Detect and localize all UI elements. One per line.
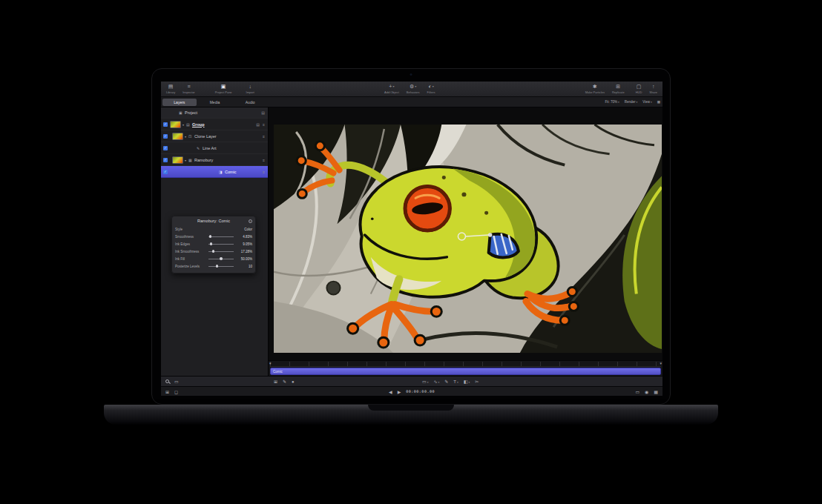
behaviors-icon: ⚙▾ xyxy=(410,83,416,90)
layer-row-ramobury[interactable]: ✓ ▾ ▦ Ramobury ≡ xyxy=(161,154,268,166)
hud-icon: ▢ xyxy=(637,83,642,90)
zoom-fit-dropdown[interactable]: Fit: 70%▾ xyxy=(605,100,619,104)
hud-param-smoothness: Smoothness 4.83% xyxy=(175,233,252,240)
layer-checkbox[interactable]: ✓ xyxy=(163,146,168,150)
search-icon[interactable] xyxy=(165,379,169,383)
row-actions[interactable]: ≡ xyxy=(263,170,265,174)
ink-fill-slider[interactable] xyxy=(208,257,234,260)
pan-tool-icon[interactable]: ▭ xyxy=(174,379,179,384)
behaviors-button[interactable]: ⚙▾ Behaviors xyxy=(407,83,420,94)
layer-checkbox[interactable]: ✓ xyxy=(163,134,168,139)
audio-mute-icon[interactable]: ◉ xyxy=(645,389,648,394)
make-particles-button[interactable]: ✱ Make Particles xyxy=(585,83,605,94)
param-label: Ink Edges xyxy=(175,242,206,246)
ink-smoothness-slider[interactable] xyxy=(208,250,234,253)
keyboard-icon[interactable]: ▦ xyxy=(654,389,658,394)
ink-edges-slider[interactable] xyxy=(208,242,234,245)
chevron-down-icon: ▾ xyxy=(651,101,652,104)
canvas-area[interactable] xyxy=(269,107,662,360)
play-icon[interactable]: ▶ xyxy=(398,389,401,394)
info-icon[interactable]: i xyxy=(249,219,253,224)
hud-label: HUD xyxy=(636,90,642,94)
canvas-column: ▾ ▾ Comic xyxy=(269,107,662,376)
param-value[interactable]: Color xyxy=(236,228,252,231)
out-point-marker-icon[interactable]: ▾ xyxy=(660,361,662,366)
disclosure-triangle-icon[interactable]: ▾ xyxy=(185,158,186,162)
laptop-base xyxy=(104,405,718,425)
layer-row-group[interactable]: ✓ ▾ ▤ Group ▤≡ xyxy=(161,119,268,130)
hud-panel[interactable]: Ramobury: Comic i Style Color Smoothness… xyxy=(171,216,256,273)
row-actions[interactable]: ▤ xyxy=(261,110,265,115)
layer-checkbox[interactable]: ✓ xyxy=(163,170,168,174)
layer-row-comic-selected[interactable]: ✓ ◨ Comic ≡ xyxy=(161,166,268,178)
filters-icon: ◐▾ xyxy=(428,83,433,90)
paint-tool-icon[interactable]: ✎ xyxy=(283,379,286,384)
make-particles-icon: ✱ xyxy=(593,83,597,90)
posterize-levels-slider[interactable] xyxy=(208,265,234,268)
layer-row-line-art[interactable]: ✓ ✎ Line Art xyxy=(161,142,268,154)
layer-row-clone-layer[interactable]: ✓ ▾ ⊡ Clone Layer ≡ xyxy=(161,130,268,142)
tab-bar: Layers Media Audio Fit: 70%▾ Render▾ Vie… xyxy=(161,97,662,107)
param-label: Style xyxy=(175,228,206,231)
replicate-button[interactable]: ⊞ Replicate xyxy=(612,83,625,94)
tab-layers[interactable]: Layers xyxy=(162,99,197,106)
comic-filter-icon: ◨ xyxy=(219,170,223,174)
smoothness-slider[interactable] xyxy=(208,235,234,238)
inspector-label: Inspector xyxy=(183,90,194,94)
param-value: 9.05% xyxy=(236,242,252,246)
hud-param-ink-smoothness: Ink Smoothness 17.28% xyxy=(175,248,252,255)
slice-tool-icon[interactable]: ✂ xyxy=(475,379,479,384)
panel-tabs: Layers Media Audio xyxy=(161,97,269,107)
disclosure-triangle-icon[interactable]: ▾ xyxy=(183,122,184,126)
project-pane-label: Project Pane xyxy=(215,90,232,94)
project-pane-button[interactable]: ▣ Project Pane xyxy=(215,83,232,94)
pen-tool-icon[interactable]: ✎ xyxy=(444,379,448,384)
options-icon: ≡ xyxy=(263,170,265,174)
group-folder-icon: ▤ xyxy=(186,122,190,127)
layer-thumbnail xyxy=(170,121,181,128)
show-audio-icon[interactable]: ◻ xyxy=(174,389,178,394)
share-button[interactable]: ↑ Share xyxy=(649,83,657,94)
mini-timeline: ▾ ▾ Comic xyxy=(269,360,662,376)
clone-layer-icon: ⊡ xyxy=(188,134,191,139)
previous-frame-icon[interactable]: ◀ xyxy=(389,389,392,394)
add-object-button[interactable]: +▾ Add Object xyxy=(384,83,399,94)
layer-row-project[interactable]: ▣ Project ▤ xyxy=(161,107,268,119)
mask-tool-icon[interactable]: ◧▾ xyxy=(464,379,470,384)
replicate-label: Replicate xyxy=(612,90,625,94)
layout-grid-icon[interactable]: ▦ xyxy=(657,100,660,104)
render-dropdown[interactable]: Render▾ xyxy=(625,100,638,104)
library-button[interactable]: ▤ Library xyxy=(166,83,175,94)
row-actions[interactable]: ▤≡ xyxy=(256,122,265,127)
tab-media[interactable]: Media xyxy=(198,99,232,106)
line-art-icon: ✎ xyxy=(197,146,200,150)
text-tool-icon[interactable]: T▾ xyxy=(453,379,458,384)
timeline-ruler[interactable] xyxy=(270,362,661,367)
curve-tool-icon[interactable]: ∿▾ xyxy=(433,379,439,384)
display-icon[interactable]: ▭ xyxy=(635,389,639,394)
layer-checkbox[interactable]: ✓ xyxy=(163,158,168,162)
tab-audio[interactable]: Audio xyxy=(233,99,267,106)
import-button[interactable]: ↓ Import xyxy=(246,83,254,94)
options-icon: ≡ xyxy=(263,122,265,127)
timeline-clip-comic[interactable]: Comic xyxy=(270,368,661,375)
layer-label: Ramobury xyxy=(194,158,213,162)
frog-comic-artwork xyxy=(274,125,662,353)
layer-checkbox[interactable]: ✓ xyxy=(163,122,168,127)
view-dropdown[interactable]: View▾ xyxy=(642,100,651,104)
shape-tool-icon[interactable]: ▭▾ xyxy=(422,379,428,384)
canvas-viewport[interactable] xyxy=(274,125,662,353)
hud-button[interactable]: ▢ HUD xyxy=(636,83,642,94)
disclosure-triangle-icon[interactable]: ▾ xyxy=(185,134,186,138)
in-point-marker-icon[interactable]: ▾ xyxy=(269,361,272,366)
row-actions[interactable]: ≡ xyxy=(263,134,265,139)
inspector-button[interactable]: ≡ Inspector xyxy=(183,83,194,94)
hud-param-style: Style Color xyxy=(175,225,252,233)
toolbar-center-group: +▾ Add Object ⚙▾ Behaviors ◐▾ Filters xyxy=(381,83,438,94)
hud-title: Ramobury: Comic i xyxy=(175,219,252,225)
filters-button[interactable]: ◐▾ Filters xyxy=(427,83,435,94)
show-timeline-icon[interactable]: ⊞ xyxy=(165,389,169,394)
fill-tool-icon[interactable]: ● xyxy=(292,379,295,384)
grid-toggle-icon[interactable]: ⊞ xyxy=(274,379,277,384)
row-actions[interactable]: ≡ xyxy=(263,158,265,162)
